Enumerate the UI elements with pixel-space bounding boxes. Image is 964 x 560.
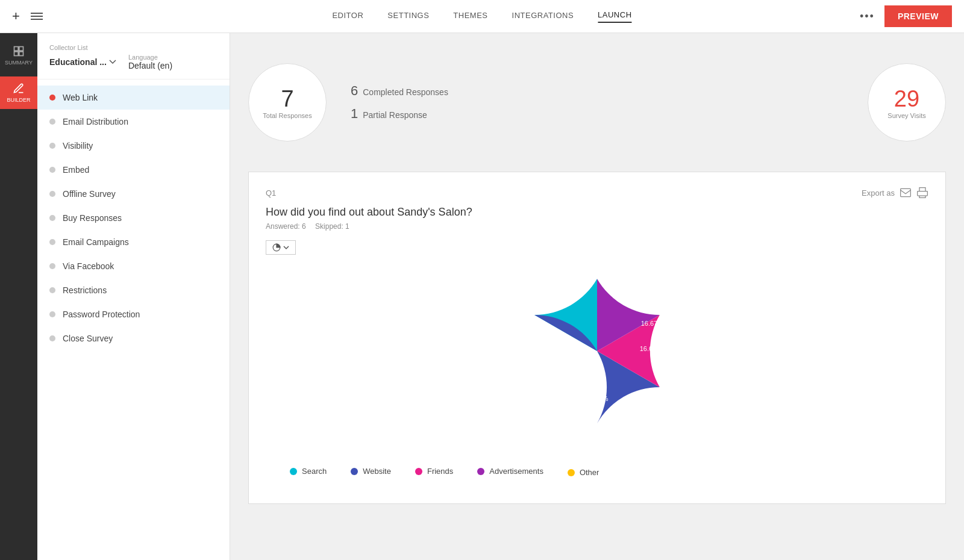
tab-themes[interactable]: THEMES <box>453 11 487 22</box>
skipped-count: Skipped: 1 <box>315 222 349 231</box>
nav-item-web-link[interactable]: Web Link <box>37 86 230 110</box>
nav-item-email-distribution[interactable]: Email Distribution <box>37 110 230 134</box>
legend-dot-website <box>351 468 358 475</box>
completed-responses-row: 6 Completed Responses <box>351 83 448 99</box>
nav-item-label: Email Campaigns <box>63 237 129 247</box>
legend-item-search: Search <box>290 465 327 477</box>
pie-label-advertisements: 16.67% <box>640 345 662 352</box>
legend-label-other: Other <box>580 468 599 477</box>
stats-row: 7 Total Responses 6 Completed Responses … <box>248 51 946 154</box>
legend-item-website: Website <box>351 465 391 477</box>
partial-response-number: 1 <box>351 106 358 122</box>
language-value: Default (en) <box>128 61 172 70</box>
svg-rect-1 <box>19 47 23 51</box>
stats-middle: 6 Completed Responses 1 Partial Response <box>351 83 448 122</box>
question-title: How did you find out about Sandy's Salon… <box>266 206 928 219</box>
nav-dot <box>49 287 55 293</box>
nav-item-label: Password Protection <box>63 310 140 319</box>
nav-item-label: Buy Responses <box>63 213 122 223</box>
nav-item-email-campaigns[interactable]: Email Campaigns <box>37 230 230 254</box>
question-number: Q1 <box>266 188 276 198</box>
nav-tabs: EDITOR SETTINGS THEMES INTEGRATIONS LAUN… <box>332 10 631 23</box>
nav-dot <box>49 311 55 317</box>
nav-dot <box>49 119 55 125</box>
menu-icon[interactable] <box>31 13 43 20</box>
svg-rect-2 <box>14 52 19 56</box>
nav-item-offline-survey[interactable]: Offline Survey <box>37 182 230 206</box>
total-responses-number: 7 <box>281 86 293 112</box>
tab-launch[interactable]: LAUNCH <box>598 10 631 23</box>
question-header: Q1 Export as <box>266 187 928 199</box>
nav-item-close-survey[interactable]: Close Survey <box>37 326 230 350</box>
preview-button[interactable]: PREVIEW <box>884 5 952 27</box>
nav-item-label: Offline Survey <box>63 189 116 199</box>
legend-label-advertisements: Advertisements <box>489 467 543 476</box>
nav-dot <box>49 167 55 173</box>
nav-dot <box>49 215 55 221</box>
print-export-icon[interactable] <box>916 187 928 199</box>
legend-dot-friends <box>415 468 422 475</box>
nav-item-via-facebook[interactable]: Via Facebook <box>37 254 230 278</box>
survey-visits-number: 29 <box>894 86 919 112</box>
icon-sidebar: SUMMARY BUILDER <box>0 33 37 560</box>
collector-header: Collector List Educational ... Language … <box>37 33 230 79</box>
partial-response-row: 1 Partial Response <box>351 106 448 122</box>
tab-settings[interactable]: SETTINGS <box>387 11 429 22</box>
pie-label-friends: 16.67% <box>536 371 558 378</box>
nav-dot <box>49 263 55 269</box>
nav-item-label: Embed <box>63 165 89 175</box>
nav-item-password-protection[interactable]: Password Protection <box>37 302 230 326</box>
builder-nav-button[interactable]: BUILDER <box>0 76 37 109</box>
nav-item-visibility[interactable]: Visibility <box>37 134 230 158</box>
pie-label-website: 50.00% <box>586 395 608 402</box>
nav-item-label: Restrictions <box>63 285 107 295</box>
partial-response-label: Partial Response <box>363 110 427 120</box>
nav-dot <box>49 95 55 101</box>
svg-rect-4 <box>901 188 911 196</box>
nav-item-buy-responses[interactable]: Buy Responses <box>37 206 230 230</box>
more-options-icon[interactable]: ••• <box>860 10 875 23</box>
nav-item-restrictions[interactable]: Restrictions <box>37 278 230 302</box>
pie-label-search: 16.67% <box>641 320 663 327</box>
collector-list-label: Collector List <box>49 44 218 51</box>
total-responses-circle: 7 Total Responses <box>248 63 327 142</box>
chart-type-button[interactable] <box>266 240 296 255</box>
add-icon[interactable]: + <box>12 8 20 24</box>
legend-item-friends: Friends <box>415 465 453 477</box>
summary-nav-button[interactable]: SUMMARY <box>0 39 37 72</box>
legend: Search Website Friends Advertisements <box>266 465 928 477</box>
tab-integrations[interactable]: INTEGRATIONS <box>512 11 574 22</box>
legend-dot-search <box>290 468 297 475</box>
survey-visits-circle: 29 Survey Visits <box>868 63 946 142</box>
language-label: Language <box>128 54 172 61</box>
collector-name-dropdown[interactable]: Educational ... <box>49 57 116 67</box>
summary-label: SUMMARY <box>5 60 33 66</box>
completed-responses-label: Completed Responses <box>363 87 448 97</box>
legend-label-search: Search <box>302 467 327 476</box>
nav-list: Web Link Email Distribution Visibility E… <box>37 79 230 356</box>
nav-dot <box>49 335 55 341</box>
legend-item-other: Other <box>568 468 599 477</box>
pie-labels: 16.67% 50.00% 16.67% 16.67% <box>525 291 669 435</box>
legend-item-advertisements: Advertisements <box>477 465 543 477</box>
content-area: 7 Total Responses 6 Completed Responses … <box>230 33 964 560</box>
nav-item-embed[interactable]: Embed <box>37 158 230 182</box>
answered-count: Answered: 6 <box>266 222 306 231</box>
survey-visits-label: Survey Visits <box>887 112 925 119</box>
nav-panel: Collector List Educational ... Language … <box>37 33 230 560</box>
completed-responses-number: 6 <box>351 83 358 99</box>
tab-editor[interactable]: EDITOR <box>332 11 363 22</box>
nav-item-label: Email Distribution <box>63 117 128 126</box>
nav-item-label: Web Link <box>63 93 98 102</box>
svg-rect-5 <box>918 191 928 196</box>
legend-dot-advertisements <box>477 468 484 475</box>
nav-item-label: Visibility <box>63 141 93 151</box>
email-export-icon[interactable] <box>900 187 912 199</box>
legend-label-friends: Friends <box>427 467 453 476</box>
question-card: Q1 Export as How did you find out about … <box>248 172 946 504</box>
svg-rect-0 <box>14 47 19 51</box>
nav-item-label: Close Survey <box>63 334 113 343</box>
chart-controls <box>266 240 928 255</box>
question-meta: Answered: 6 Skipped: 1 <box>266 222 928 231</box>
builder-label: BUILDER <box>7 97 30 103</box>
